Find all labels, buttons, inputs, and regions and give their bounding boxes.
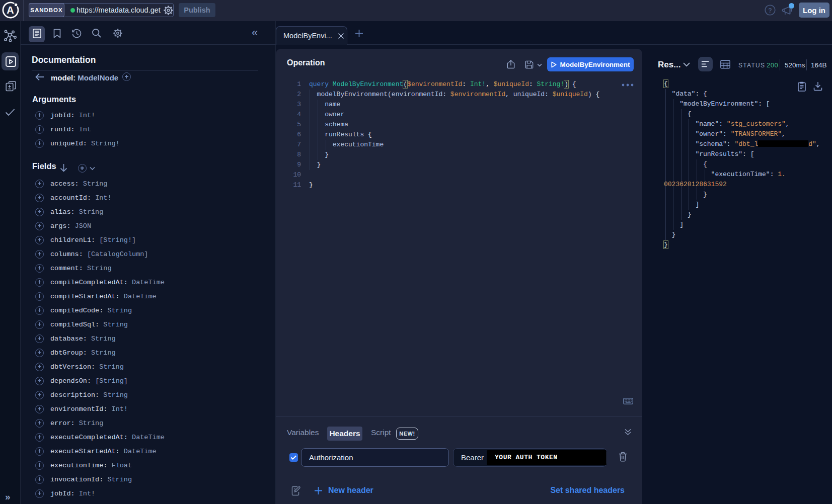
svg-text:?: ? — [768, 7, 772, 14]
svg-text:A: A — [7, 5, 14, 16]
